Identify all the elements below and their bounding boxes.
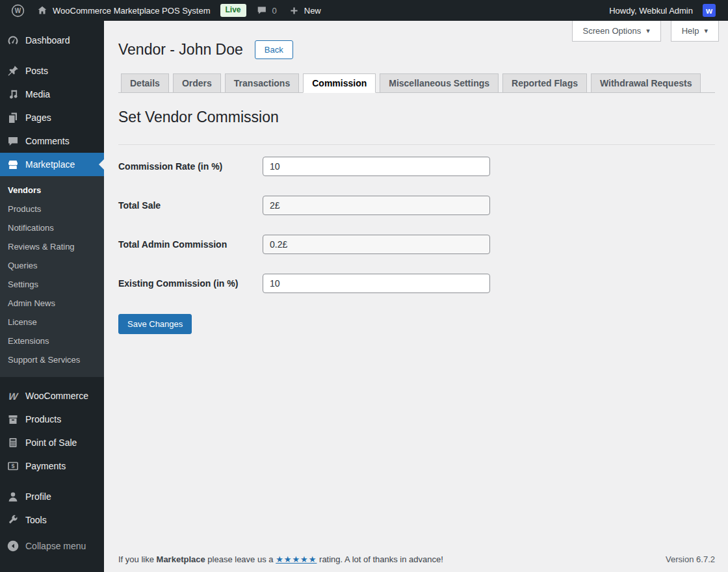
site-name-link[interactable]: WooCommerce Marketplace POS System bbox=[31, 0, 216, 21]
commission-rate-input[interactable] bbox=[263, 157, 490, 176]
sidebar-item-media[interactable]: Media bbox=[0, 83, 104, 106]
submenu-item-license[interactable]: License bbox=[0, 313, 104, 332]
sidebar-item-dashboard[interactable]: Dashboard bbox=[0, 29, 104, 52]
help-button[interactable]: Help ▾ bbox=[671, 21, 719, 42]
collapse-menu-button[interactable]: Collapse menu bbox=[0, 534, 104, 558]
total-admin-commission-label: Total Admin Commission bbox=[118, 239, 263, 250]
total-sale-label: Total Sale bbox=[118, 200, 263, 211]
sidebar-item-products[interactable]: Products bbox=[0, 408, 104, 431]
sidebar-label: Products bbox=[25, 414, 61, 424]
comment-bubble-icon bbox=[256, 5, 268, 16]
woocommerce-icon: W bbox=[6, 389, 20, 402]
tab-details[interactable]: Details bbox=[121, 73, 169, 92]
submenu-item-notifications[interactable]: Notifications bbox=[0, 218, 104, 237]
form-row-commission-rate: Commission Rate (in %) bbox=[118, 157, 715, 176]
form-row-total-admin-commission: Total Admin Commission bbox=[118, 235, 715, 254]
store-icon bbox=[6, 158, 20, 171]
media-notes-icon bbox=[6, 88, 20, 101]
howdy-text: Howdy, Webkul Admin bbox=[609, 6, 693, 16]
total-sale-input[interactable] bbox=[263, 196, 490, 215]
commission-form: Commission Rate (in %) Total Sale Total … bbox=[118, 157, 715, 334]
svg-text:W: W bbox=[15, 7, 21, 14]
screen-options-button[interactable]: Screen Options ▾ bbox=[572, 21, 661, 42]
tab-withdrawal-requests[interactable]: Withdrawal Requests bbox=[591, 73, 701, 92]
sidebar-label: Marketplace bbox=[25, 159, 75, 170]
tab-orders[interactable]: Orders bbox=[173, 73, 221, 92]
footer-text: please leave us a bbox=[207, 554, 273, 564]
sidebar-item-posts[interactable]: Posts bbox=[0, 59, 104, 83]
submenu-item-support-services[interactable]: Support & Services bbox=[0, 350, 104, 369]
comments-link[interactable]: 0 bbox=[250, 0, 283, 21]
vendor-tabs: Details Orders Transactions Commission M… bbox=[118, 73, 715, 93]
pushpin-icon bbox=[6, 64, 20, 77]
new-label: New bbox=[304, 6, 321, 16]
submenu-item-admin-news[interactable]: Admin News bbox=[0, 294, 104, 313]
tab-reported-flags[interactable]: Reported Flags bbox=[502, 73, 587, 92]
sidebar-item-marketplace[interactable]: Marketplace bbox=[0, 153, 104, 176]
dollar-card-icon: $ bbox=[6, 460, 20, 473]
wrench-icon bbox=[6, 514, 20, 526]
submenu-item-extensions[interactable]: Extensions bbox=[0, 332, 104, 350]
pages-icon bbox=[6, 111, 20, 124]
submenu-item-vendors[interactable]: Vendors bbox=[0, 181, 104, 200]
sidebar-label: Payments bbox=[25, 461, 66, 471]
calculator-icon bbox=[6, 436, 20, 449]
product-box-icon bbox=[6, 413, 20, 426]
save-changes-button[interactable]: Save Changes bbox=[118, 314, 192, 334]
section-title: Set Vendor Commission bbox=[118, 109, 715, 126]
sidebar-item-pages[interactable]: Pages bbox=[0, 106, 104, 129]
tab-miscellaneous-settings[interactable]: Miscellaneous Settings bbox=[380, 73, 499, 92]
section-divider bbox=[118, 144, 715, 145]
plus-icon bbox=[289, 5, 300, 16]
total-admin-commission-input[interactable] bbox=[263, 235, 490, 254]
new-content-link[interactable]: New bbox=[283, 0, 327, 21]
comment-count: 0 bbox=[272, 6, 277, 16]
tab-commission[interactable]: Commission bbox=[303, 73, 376, 93]
sidebar-label: Pages bbox=[25, 112, 51, 123]
tab-transactions[interactable]: Transactions bbox=[225, 73, 299, 92]
sidebar-item-woocommerce[interactable]: W WooCommerce bbox=[0, 384, 104, 408]
wordpress-logo-icon: W bbox=[11, 4, 25, 18]
back-button[interactable]: Back bbox=[255, 40, 293, 59]
marketplace-submenu: Vendors Products Notifications Reviews &… bbox=[0, 176, 104, 377]
admin-sidebar: Dashboard Posts Media Pages Comments Mar… bbox=[0, 21, 104, 572]
wp-logo-button[interactable]: W bbox=[5, 0, 31, 21]
submenu-item-products[interactable]: Products bbox=[0, 200, 104, 218]
svg-text:$: $ bbox=[11, 463, 14, 469]
screen-meta: Screen Options ▾ Help ▾ bbox=[572, 21, 719, 42]
page-footer: If you like Marketplace please leave us … bbox=[118, 554, 715, 564]
comment-icon bbox=[6, 135, 20, 148]
sidebar-item-payments[interactable]: $ Payments bbox=[0, 454, 104, 478]
sidebar-label: Posts bbox=[25, 66, 48, 76]
sidebar-label: Comments bbox=[25, 136, 70, 146]
footer-plugin-name: Marketplace bbox=[157, 554, 205, 564]
collapse-arrow-icon bbox=[6, 540, 20, 552]
site-name: WooCommerce Marketplace POS System bbox=[53, 6, 211, 16]
submenu-item-queries[interactable]: Queries bbox=[0, 256, 104, 275]
sidebar-item-point-of-sale[interactable]: Point of Sale bbox=[0, 431, 104, 454]
page-title: Vendor - John Doe bbox=[118, 41, 243, 58]
existing-commission-label: Existing Commission (in %) bbox=[118, 278, 263, 289]
admin-bar: W WooCommerce Marketplace POS System Liv… bbox=[0, 0, 728, 21]
form-row-existing-commission: Existing Commission (in %) bbox=[118, 274, 715, 293]
sidebar-label: Profile bbox=[25, 491, 51, 502]
footer-message: If you like Marketplace please leave us … bbox=[118, 554, 443, 564]
sidebar-label: Tools bbox=[25, 515, 47, 525]
sidebar-item-tools[interactable]: Tools bbox=[0, 508, 104, 532]
dashboard-gauge-icon bbox=[6, 34, 20, 47]
main-content: Screen Options ▾ Help ▾ Vendor - John Do… bbox=[104, 21, 728, 572]
sidebar-label: Point of Sale bbox=[25, 437, 77, 448]
sidebar-item-comments[interactable]: Comments bbox=[0, 129, 104, 153]
submenu-item-settings[interactable]: Settings bbox=[0, 275, 104, 294]
submenu-item-reviews-rating[interactable]: Reviews & Rating bbox=[0, 237, 104, 256]
sidebar-item-profile[interactable]: Profile bbox=[0, 485, 104, 508]
person-icon bbox=[6, 490, 20, 503]
sidebar-label: Media bbox=[25, 89, 50, 99]
existing-commission-input[interactable] bbox=[263, 274, 490, 293]
five-stars-link[interactable]: ★★★★★ bbox=[276, 554, 317, 564]
collapse-label: Collapse menu bbox=[25, 541, 86, 551]
screen-options-label: Screen Options bbox=[583, 26, 642, 36]
footer-text: rating. A lot of thanks in advance! bbox=[319, 554, 443, 564]
help-label: Help bbox=[682, 26, 699, 36]
my-account-link[interactable]: Howdy, Webkul Admin w bbox=[603, 0, 722, 21]
